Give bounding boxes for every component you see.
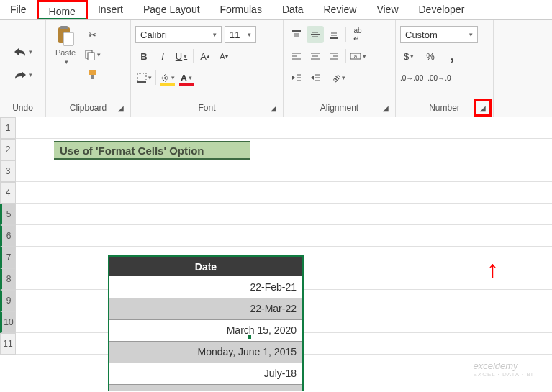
increase-font-button[interactable]: A▴ xyxy=(196,47,214,65)
accounting-format-button[interactable]: $▾ xyxy=(400,47,417,65)
row-header[interactable]: 1 xyxy=(0,117,16,139)
undo-button[interactable]: ▾ xyxy=(9,43,37,60)
bold-button[interactable]: B xyxy=(135,47,153,65)
align-left-button[interactable] xyxy=(288,47,305,65)
banner-title: Use of 'Format Cells' Option xyxy=(54,141,250,160)
decrease-indent-button[interactable] xyxy=(288,69,305,86)
svg-rect-5 xyxy=(89,70,96,75)
number-format-dropdown[interactable]: Custom▾ xyxy=(400,26,478,43)
copy-icon xyxy=(84,49,96,60)
svg-rect-4 xyxy=(88,53,94,60)
wrap-icon: ab↵ xyxy=(353,27,361,42)
row-header[interactable]: 8 xyxy=(0,268,16,290)
orientation-button[interactable]: ab▾ xyxy=(330,69,348,86)
row-header[interactable]: 10 xyxy=(0,311,16,333)
font-size-dropdown[interactable]: 11▾ xyxy=(225,26,256,43)
align-middle-button[interactable] xyxy=(307,26,324,43)
svg-text:a: a xyxy=(353,53,357,60)
percent-format-button[interactable]: % xyxy=(422,47,439,65)
watermark: exceldemyEXCEL · DATA · BI xyxy=(473,360,533,378)
merge-icon: a xyxy=(350,51,361,61)
clipboard-launcher[interactable]: ◢ xyxy=(116,103,126,113)
redo-button[interactable]: ▾ xyxy=(9,66,37,83)
merge-center-button[interactable]: a▾ xyxy=(349,47,366,65)
tab-developer[interactable]: Developer xyxy=(409,0,475,19)
date-cell[interactable]: 22-Feb-21 xyxy=(109,276,303,298)
tab-review[interactable]: Review xyxy=(314,0,367,19)
wrap-text-button[interactable]: ab↵ xyxy=(349,26,366,43)
decrease-decimal-button[interactable]: .00→.0 xyxy=(427,69,451,86)
italic-button[interactable]: I xyxy=(154,47,171,65)
increase-indent-button[interactable] xyxy=(307,69,324,86)
svg-rect-7 xyxy=(137,73,146,82)
increase-decimal-icon: .0→.00 xyxy=(400,74,423,82)
row-header[interactable]: 2 xyxy=(0,139,16,160)
orientation-icon: ab xyxy=(331,72,343,83)
decrease-decimal-icon: .00→.0 xyxy=(427,74,451,82)
copy-button[interactable]: ▾ xyxy=(83,46,101,63)
row-header[interactable]: 3 xyxy=(0,160,16,182)
row-header[interactable]: 4 xyxy=(0,182,16,204)
format-painter-button[interactable] xyxy=(83,66,101,83)
date-cell[interactable]: 22-Mar-22 xyxy=(109,298,303,319)
align-center-button[interactable] xyxy=(307,47,324,65)
tab-formulas[interactable]: Formulas xyxy=(210,0,272,19)
tab-insert[interactable]: Insert xyxy=(88,0,133,19)
fill-color-button[interactable]: 🞚▾ xyxy=(159,69,176,86)
svg-rect-6 xyxy=(91,75,94,79)
paste-button[interactable]: Clipboard Paste▾ xyxy=(50,26,81,65)
row-header[interactable]: 7 xyxy=(0,247,16,268)
date-cell[interactable]: July-18 xyxy=(109,363,303,384)
row-header[interactable]: 9 xyxy=(0,290,16,311)
tab-page-layout[interactable]: Page Layout xyxy=(133,0,210,19)
tab-view[interactable]: View xyxy=(366,0,408,19)
borders-button[interactable]: ▾ xyxy=(135,69,153,86)
group-alignment-label: Alignment xyxy=(320,103,358,113)
date-cell[interactable]: 23-07-17 xyxy=(109,384,303,391)
border-icon xyxy=(137,73,147,83)
group-number-label: Number xyxy=(429,103,460,113)
bucket-icon: 🞚 xyxy=(160,73,170,83)
underline-button[interactable]: U▾ xyxy=(173,47,190,65)
ribbon: ▾ ▾ Undo Clipboard Paste▾ ✂ ▾ Clipboard◢ xyxy=(0,20,552,117)
paintbrush-icon xyxy=(86,69,98,81)
group-undo-label: Undo xyxy=(12,103,33,113)
alignment-launcher[interactable]: ◢ xyxy=(381,103,391,113)
align-bottom-button[interactable] xyxy=(325,26,343,43)
decrease-font-button[interactable]: A▾ xyxy=(215,47,232,65)
svg-rect-2 xyxy=(63,32,73,45)
cut-button[interactable]: ✂ xyxy=(83,26,101,43)
date-cell[interactable]: March 15, 2020 xyxy=(109,319,303,341)
worksheet[interactable]: 1234567891011 Use of 'Format Cells' Opti… xyxy=(0,117,552,391)
group-font-label: Font xyxy=(198,103,215,113)
group-clipboard-label: Clipboard xyxy=(70,103,107,113)
annotation-arrow-icon: ↑ xyxy=(487,255,499,283)
align-right-button[interactable] xyxy=(325,47,343,65)
date-table: Date 22-Feb-2122-Mar-22March 15, 2020Mon… xyxy=(108,255,304,391)
font-name-dropdown[interactable]: Calibri▾ xyxy=(135,26,222,43)
tab-home[interactable]: Home xyxy=(37,0,88,19)
align-top-button[interactable] xyxy=(288,26,305,43)
row-header[interactable]: 6 xyxy=(0,225,16,247)
comma-format-button[interactable]: , xyxy=(443,47,461,65)
selection-handle[interactable] xyxy=(247,334,252,339)
number-launcher[interactable]: ◢ xyxy=(474,99,492,117)
increase-decimal-button[interactable]: .0→.00 xyxy=(400,69,423,86)
svg-rect-1 xyxy=(60,26,68,29)
menu-tab-bar: File Home Insert Page Layout Formulas Da… xyxy=(0,0,552,20)
tab-data[interactable]: Data xyxy=(272,0,314,19)
row-header[interactable]: 11 xyxy=(0,333,16,355)
date-header: Date xyxy=(109,256,303,276)
clipboard-icon xyxy=(56,25,75,47)
date-cell[interactable]: Monday, June 1, 2015 xyxy=(109,341,303,363)
tab-file[interactable]: File xyxy=(0,0,37,19)
row-header[interactable]: 5 xyxy=(0,204,16,225)
font-color-button[interactable]: A▾ xyxy=(178,69,195,86)
font-launcher[interactable]: ◢ xyxy=(268,103,279,113)
scissors-icon: ✂ xyxy=(89,29,96,40)
